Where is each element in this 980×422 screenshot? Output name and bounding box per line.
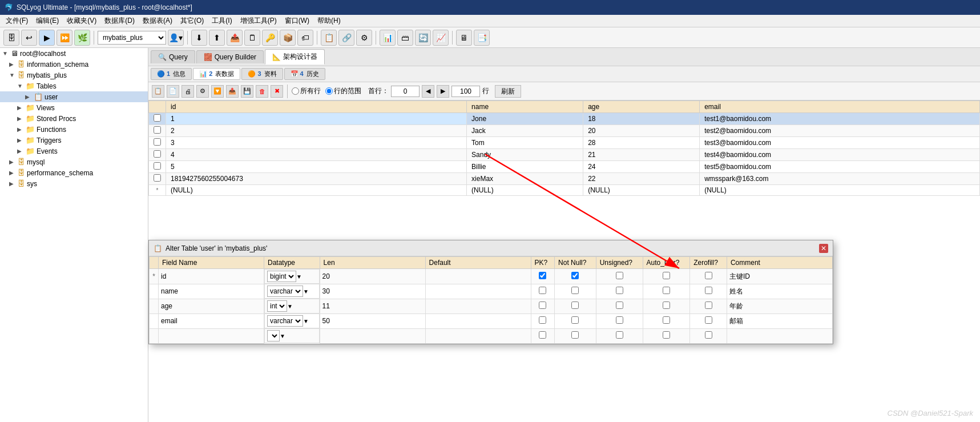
alter-field-name[interactable] bbox=[159, 328, 264, 343]
sidebar-item-root[interactable]: ▼ 🖥 root@localhost bbox=[0, 48, 148, 59]
alter-autoIncr[interactable] bbox=[643, 314, 690, 328]
tb-btn-n[interactable]: 📈 bbox=[433, 30, 449, 46]
alter-unsigned[interactable] bbox=[596, 284, 643, 299]
alter-unsigned-checkbox[interactable] bbox=[616, 272, 623, 279]
alter-unsigned-checkbox[interactable] bbox=[616, 287, 623, 294]
tb-btn-fast[interactable]: ⏩ bbox=[57, 30, 72, 46]
alter-notNull-checkbox[interactable] bbox=[571, 287, 579, 294]
tb-btn-a[interactable]: ⬇ bbox=[191, 30, 207, 46]
sidebar-item-triggers[interactable]: ▶ 📁 Triggers bbox=[0, 135, 148, 146]
alter-zerofill[interactable] bbox=[690, 328, 727, 343]
tb-btn-p[interactable]: 📑 bbox=[474, 30, 490, 46]
alter-autoIncr-checkbox[interactable] bbox=[663, 287, 670, 294]
menu-item-edit[interactable]: 编辑(E) bbox=[33, 15, 62, 27]
ct-btn5[interactable]: 📤 bbox=[226, 85, 239, 98]
tb-btn-h[interactable]: 📋 bbox=[321, 30, 337, 46]
alter-datatype[interactable]: varchar▼ bbox=[264, 284, 320, 299]
alter-field-name[interactable] bbox=[159, 269, 264, 284]
db-select[interactable]: mybatis_plus bbox=[98, 31, 166, 45]
alter-comment[interactable] bbox=[727, 284, 832, 299]
alter-pk[interactable] bbox=[531, 299, 555, 314]
alter-datatype-select[interactable]: varchar bbox=[267, 286, 303, 297]
tb-user-btn[interactable]: 👤▾ bbox=[168, 30, 184, 46]
ct-btn7[interactable]: 🗑 bbox=[256, 85, 268, 98]
menu-item-help[interactable]: 帮助(H) bbox=[314, 15, 344, 27]
alter-len[interactable] bbox=[320, 314, 425, 328]
alter-autoIncr-checkbox[interactable] bbox=[663, 272, 670, 279]
alter-default[interactable] bbox=[425, 299, 531, 314]
sidebar-item-information_schema[interactable]: ▶ 🗄 information_schema bbox=[0, 59, 148, 70]
alter-pk-checkbox[interactable] bbox=[539, 302, 546, 309]
sidebar-item-functions[interactable]: ▶ 📁 Functions bbox=[0, 124, 148, 135]
alter-autoIncr[interactable] bbox=[643, 299, 690, 314]
alter-unsigned[interactable] bbox=[596, 314, 643, 328]
alter-pk[interactable] bbox=[531, 328, 555, 343]
row-checkbox[interactable] bbox=[154, 138, 161, 146]
alter-notNull-checkbox[interactable] bbox=[571, 272, 579, 279]
alter-field-name[interactable] bbox=[159, 284, 264, 299]
alter-datatype-select[interactable]: bigint bbox=[267, 271, 296, 282]
ct-btn1[interactable]: 📋 bbox=[152, 85, 164, 98]
alter-notNull[interactable] bbox=[555, 328, 596, 343]
tb-btn-m[interactable]: 🔄 bbox=[415, 30, 431, 46]
tb-btn-k[interactable]: 📊 bbox=[380, 30, 396, 46]
row-checkbox[interactable] bbox=[154, 150, 161, 158]
menu-item-other[interactable]: 其它(O) bbox=[177, 15, 207, 27]
sub-tab-info[interactable]: 🔵 1 信息 bbox=[151, 68, 192, 80]
menu-item-tools[interactable]: 工具(I) bbox=[208, 15, 235, 27]
alter-comment[interactable] bbox=[727, 314, 832, 328]
alter-notNull-checkbox[interactable] bbox=[571, 331, 579, 339]
alter-notNull-checkbox[interactable] bbox=[571, 302, 579, 309]
alter-notNull[interactable] bbox=[555, 269, 596, 284]
alter-len[interactable] bbox=[320, 269, 425, 284]
sidebar-item-mybatis_plus[interactable]: ▼ 🗄 mybatis_plus bbox=[0, 70, 148, 81]
radio-range[interactable] bbox=[325, 87, 333, 95]
ct-btn4[interactable]: ⚙ bbox=[196, 85, 209, 98]
next-btn[interactable]: ▶ bbox=[437, 85, 449, 98]
alter-default[interactable] bbox=[425, 284, 531, 299]
row-checkbox[interactable] bbox=[154, 174, 161, 182]
alter-autoIncr-checkbox[interactable] bbox=[663, 331, 670, 339]
modal-close-button[interactable]: ✕ bbox=[819, 244, 828, 253]
sidebar-item-events[interactable]: ▶ 📁 Events bbox=[0, 146, 148, 156]
sidebar-item-mysql[interactable]: ▶ 🗄 mysql bbox=[0, 156, 148, 167]
alter-autoIncr[interactable] bbox=[643, 328, 690, 343]
tb-btn-f[interactable]: 📦 bbox=[280, 30, 296, 46]
sub-tab-info2[interactable]: 🟠 3 资料 bbox=[241, 68, 283, 80]
tb-btn-2[interactable]: ↩ bbox=[21, 30, 37, 46]
alter-zerofill-checkbox[interactable] bbox=[705, 302, 712, 309]
datatype-dropdown-icon[interactable]: ▼ bbox=[303, 288, 309, 295]
row-checkbox[interactable] bbox=[154, 162, 161, 170]
sidebar-item-stored-procs[interactable]: ▶ 📁 Stored Procs bbox=[0, 113, 148, 124]
tb-btn-e[interactable]: 🔑 bbox=[262, 30, 278, 46]
alter-autoIncr-checkbox[interactable] bbox=[663, 302, 670, 309]
alter-default[interactable] bbox=[425, 314, 531, 328]
menu-item-window[interactable]: 窗口(W) bbox=[281, 15, 313, 27]
alter-len[interactable] bbox=[320, 328, 425, 343]
sub-tab-history[interactable]: 📅 4 历史 bbox=[284, 68, 325, 80]
alter-zerofill[interactable] bbox=[690, 299, 727, 314]
alter-pk[interactable] bbox=[531, 269, 555, 284]
alter-unsigned[interactable] bbox=[596, 328, 643, 343]
alter-pk-checkbox[interactable] bbox=[539, 287, 546, 294]
alter-zerofill[interactable] bbox=[690, 314, 727, 328]
radio-all-label[interactable]: 所有行 bbox=[292, 86, 321, 96]
alter-zerofill-checkbox[interactable] bbox=[705, 287, 712, 294]
alter-pk[interactable] bbox=[531, 314, 555, 328]
tb-btn-d[interactable]: 🗒 bbox=[244, 30, 260, 46]
tb-btn-i[interactable]: 🔗 bbox=[338, 30, 354, 46]
tb-btn-c[interactable]: 📤 bbox=[227, 30, 243, 46]
alter-autoIncr[interactable] bbox=[643, 269, 690, 284]
alter-comment[interactable] bbox=[727, 328, 832, 343]
alter-zerofill[interactable] bbox=[690, 269, 727, 284]
sidebar-item-user[interactable]: ▶ 📋 user bbox=[0, 91, 148, 102]
alter-zerofill-checkbox[interactable] bbox=[705, 331, 712, 339]
sidebar-item-performance_schema[interactable]: ▶ 🗄 performance_schema bbox=[0, 167, 148, 178]
datatype-dropdown-icon[interactable]: ▼ bbox=[280, 333, 285, 339]
alter-len[interactable] bbox=[320, 284, 425, 299]
ct-btn6[interactable]: 💾 bbox=[241, 85, 253, 98]
prev-btn[interactable]: ◀ bbox=[422, 85, 434, 98]
alter-datatype[interactable]: ▼ bbox=[264, 328, 320, 343]
tb-btn-j[interactable]: ⚙ bbox=[356, 30, 372, 46]
tb-btn-5[interactable]: 🌿 bbox=[74, 30, 90, 46]
